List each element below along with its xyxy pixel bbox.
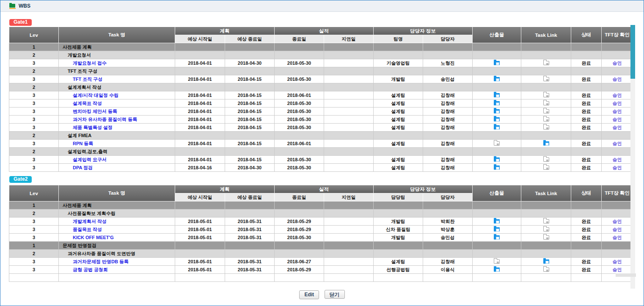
lev-cell: 3 [9, 266, 59, 274]
task-row: 2설계 FMEA [9, 132, 633, 140]
task-name-link[interactable]: 설계입력 요구서 [73, 157, 107, 162]
task-name-link[interactable]: 벤치마킹 제안서 등록 [73, 109, 117, 114]
folder-filled-icon[interactable] [494, 157, 500, 162]
task-name-link[interactable]: TFT 조직 구성 [73, 77, 102, 82]
output-cell [473, 124, 521, 132]
folder-outline-icon[interactable] [543, 227, 549, 232]
folder-outline-icon[interactable] [543, 117, 549, 121]
plan-start-cell: 2018-04-01 [175, 91, 225, 99]
folder-filled-icon[interactable] [494, 109, 500, 113]
plan-end-cell: 2018-04-15 [225, 140, 275, 148]
folder-filled-icon[interactable] [494, 77, 500, 81]
lev-cell: 2 [9, 250, 59, 258]
task-name-link[interactable]: 설계목표 작성 [73, 101, 102, 106]
task-row: 3KICK OFF MEET'G2018-05-012018-05-312018… [9, 234, 633, 242]
folder-filled-icon[interactable] [494, 93, 500, 97]
plan-end-cell: 2018-05-31 [225, 234, 275, 242]
approve-link[interactable]: 승인 [613, 157, 622, 162]
task-name-link[interactable]: 과거차 유사차종 품질이력 등록 [73, 117, 137, 122]
approve-link[interactable]: 승인 [613, 227, 622, 232]
close-button[interactable]: 닫기 [325, 290, 345, 299]
approve-link[interactable]: 승인 [613, 61, 622, 66]
output-cell [473, 226, 521, 234]
folder-outline-icon[interactable] [494, 141, 500, 146]
scrollbar-corner [616, 273, 636, 277]
folder-filled-icon[interactable] [543, 259, 549, 264]
plan-start-cell: 2018-04-01 [175, 59, 225, 67]
task-link-cell [521, 274, 571, 282]
folder-filled-icon[interactable] [494, 165, 500, 170]
approve-link[interactable]: 승인 [613, 141, 622, 146]
task-name-link[interactable]: 금형 공법 공청회 [73, 267, 108, 272]
delay-cell [324, 140, 374, 148]
folder-filled-icon[interactable] [494, 125, 500, 130]
folder-filled-icon[interactable] [494, 219, 500, 223]
task-name-link[interactable]: 품질목표 작성 [73, 227, 102, 232]
footer-button-bar: Edit 닫기 [0, 290, 644, 299]
task-name-link[interactable]: KICK OFF MEET'G [73, 235, 114, 240]
task-name-link[interactable]: 개발요청서 접수 [73, 61, 107, 66]
lev-cell: 2 [9, 132, 59, 140]
task-link-cell [521, 99, 571, 108]
folder-filled-icon[interactable] [494, 117, 500, 121]
status-cell: 완료 [571, 124, 602, 132]
tft-confirm-cell [602, 83, 633, 91]
folder-outline-icon[interactable] [543, 219, 549, 223]
folder-filled-icon[interactable] [494, 235, 500, 240]
team-cell: 개발팀 [374, 234, 423, 242]
vertical-scrollbar-track[interactable] [630, 25, 635, 289]
approve-link[interactable]: 승인 [613, 267, 622, 272]
tft-confirm-cell: 승인 [602, 164, 633, 172]
approve-link[interactable]: 승인 [613, 235, 622, 240]
folder-filled-icon[interactable] [494, 61, 500, 65]
approve-link[interactable]: 승인 [613, 77, 622, 82]
delay-cell [324, 51, 374, 59]
folder-outline-icon[interactable] [543, 125, 549, 130]
task-name-link[interactable]: 과거차문제점 반영DB 등록 [73, 259, 129, 264]
plan-start-cell [175, 201, 225, 210]
task-name-link[interactable]: 설계/시작 대일정 수립 [73, 93, 118, 98]
plan-end-cell: 2018-05-31 [225, 226, 275, 234]
folder-outline-icon[interactable] [543, 109, 549, 113]
approve-link[interactable]: 승인 [613, 219, 622, 224]
edit-button[interactable]: Edit [299, 290, 319, 299]
delay-cell [324, 99, 374, 108]
approve-link[interactable]: 승인 [613, 165, 622, 170]
approve-link[interactable]: 승인 [613, 125, 622, 130]
folder-outline-icon[interactable] [543, 157, 549, 162]
plan-start-cell: 2018-04-01 [175, 124, 225, 132]
folder-filled-icon[interactable] [494, 227, 500, 232]
task-link-cell [521, 59, 571, 67]
task-name-link[interactable]: 제품 특별특성 설정 [73, 125, 113, 130]
col-header-tft: TFT장 확인 [602, 185, 633, 201]
approve-link[interactable]: 승인 [613, 117, 622, 122]
folder-outline-icon[interactable] [543, 77, 549, 81]
task-name-link[interactable]: DPA 점검 [73, 165, 93, 170]
folder-outline-icon[interactable] [543, 235, 549, 240]
folder-filled-icon[interactable] [494, 101, 500, 105]
actual-end-cell [275, 51, 324, 59]
approve-link[interactable]: 승인 [613, 259, 622, 264]
folder-filled-icon[interactable] [543, 141, 549, 146]
output-cell [473, 164, 521, 172]
task-link-cell [521, 218, 571, 226]
folder-outline-icon[interactable] [543, 101, 549, 105]
folder-outline-icon[interactable] [543, 267, 549, 272]
task-name-cell: RPN 등록 [59, 140, 175, 148]
status-cell [571, 250, 602, 258]
delay-cell [324, 116, 374, 124]
folder-outline-icon[interactable] [543, 165, 549, 170]
approve-link[interactable]: 승인 [613, 93, 622, 98]
vertical-scrollbar-thumb[interactable] [630, 25, 635, 79]
task-name-link[interactable]: RPN 등록 [73, 141, 93, 146]
folder-outline-icon[interactable] [543, 93, 549, 97]
col-header-task: Task 명 [59, 185, 175, 201]
folder-filled-icon[interactable] [494, 267, 500, 272]
approve-link[interactable]: 승인 [613, 101, 622, 106]
output-cell [473, 140, 521, 148]
col-header-lev: Lev [9, 185, 59, 201]
folder-outline-icon[interactable] [543, 61, 549, 65]
folder-outline-icon[interactable] [494, 259, 500, 264]
approve-link[interactable]: 승인 [613, 109, 622, 114]
task-name-link[interactable]: 개발계획서 작성 [73, 219, 107, 224]
